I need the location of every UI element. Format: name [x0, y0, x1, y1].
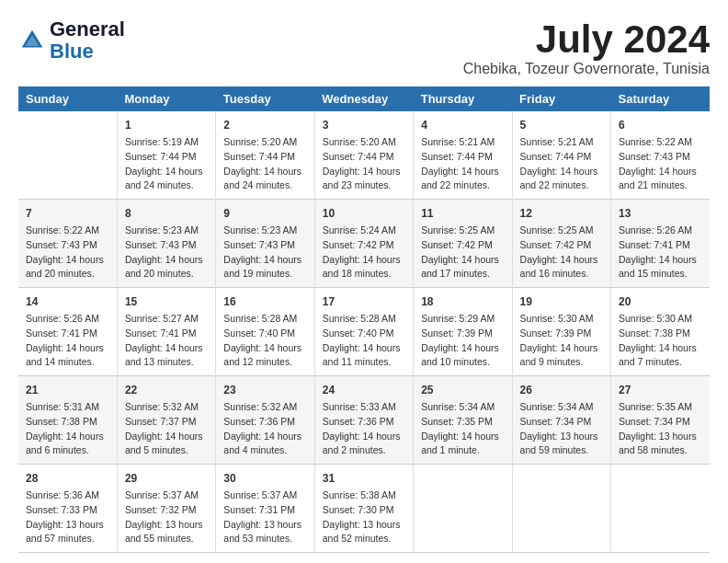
day-info: Sunrise: 5:27 AM Sunset: 7:41 PM Dayligh…	[125, 312, 208, 370]
calendar-cell: 3Sunrise: 5:20 AM Sunset: 7:44 PM Daylig…	[314, 111, 413, 200]
month-title: July 2024	[463, 18, 710, 61]
day-info: Sunrise: 5:29 AM Sunset: 7:39 PM Dayligh…	[421, 312, 504, 370]
day-number: 26	[520, 382, 603, 398]
logo-blue: Blue	[50, 40, 94, 63]
day-info: Sunrise: 5:22 AM Sunset: 7:43 PM Dayligh…	[26, 224, 109, 282]
logo-icon	[18, 27, 46, 54]
day-number: 20	[619, 293, 702, 310]
calendar-cell: 2Sunrise: 5:20 AM Sunset: 7:44 PM Daylig…	[216, 111, 314, 200]
day-number: 16	[223, 293, 306, 310]
day-number: 19	[520, 293, 603, 310]
day-info: Sunrise: 5:31 AM Sunset: 7:38 PM Dayligh…	[26, 400, 109, 458]
weekday-header: Monday	[117, 86, 215, 111]
day-info: Sunrise: 5:32 AM Sunset: 7:37 PM Dayligh…	[125, 400, 208, 458]
day-info: Sunrise: 5:28 AM Sunset: 7:40 PM Dayligh…	[223, 312, 306, 370]
weekday-header: Saturday	[611, 86, 710, 111]
day-number: 15	[125, 293, 208, 310]
calendar-cell: 22Sunrise: 5:32 AM Sunset: 7:37 PM Dayli…	[117, 376, 215, 465]
calendar-cell: 27Sunrise: 5:35 AM Sunset: 7:34 PM Dayli…	[611, 376, 710, 465]
calendar-week-row: 7Sunrise: 5:22 AM Sunset: 7:43 PM Daylig…	[18, 200, 710, 288]
day-info: Sunrise: 5:38 AM Sunset: 7:30 PM Dayligh…	[323, 488, 405, 546]
calendar-week-row: 21Sunrise: 5:31 AM Sunset: 7:38 PM Dayli…	[18, 376, 710, 465]
day-info: Sunrise: 5:35 AM Sunset: 7:34 PM Dayligh…	[619, 400, 702, 458]
day-info: Sunrise: 5:25 AM Sunset: 7:42 PM Dayligh…	[520, 224, 603, 282]
calendar-cell: 26Sunrise: 5:34 AM Sunset: 7:34 PM Dayli…	[512, 376, 610, 465]
day-info: Sunrise: 5:21 AM Sunset: 7:44 PM Dayligh…	[421, 135, 504, 193]
calendar-cell: 28Sunrise: 5:36 AM Sunset: 7:33 PM Dayli…	[18, 465, 117, 553]
day-info: Sunrise: 5:20 AM Sunset: 7:44 PM Dayligh…	[323, 135, 405, 193]
day-info: Sunrise: 5:20 AM Sunset: 7:44 PM Dayligh…	[223, 135, 306, 193]
calendar-cell: 17Sunrise: 5:28 AM Sunset: 7:40 PM Dayli…	[314, 288, 413, 376]
day-info: Sunrise: 5:22 AM Sunset: 7:43 PM Dayligh…	[619, 135, 702, 193]
calendar-cell: 11Sunrise: 5:25 AM Sunset: 7:42 PM Dayli…	[414, 200, 512, 288]
day-info: Sunrise: 5:28 AM Sunset: 7:40 PM Dayligh…	[323, 312, 405, 370]
day-info: Sunrise: 5:34 AM Sunset: 7:34 PM Dayligh…	[520, 400, 603, 458]
day-number: 28	[26, 470, 109, 487]
logo-text: General Blue	[50, 18, 125, 63]
day-info: Sunrise: 5:34 AM Sunset: 7:35 PM Dayligh…	[421, 400, 504, 458]
day-number: 23	[223, 382, 306, 398]
logo: General Blue	[18, 18, 125, 63]
header: General Blue July 2024 Chebika, Tozeur G…	[18, 18, 710, 77]
day-info: Sunrise: 5:30 AM Sunset: 7:38 PM Dayligh…	[619, 312, 702, 370]
day-number: 17	[323, 293, 405, 310]
calendar-cell: 30Sunrise: 5:37 AM Sunset: 7:31 PM Dayli…	[216, 465, 314, 553]
logo-general: General	[50, 17, 125, 40]
day-number: 10	[323, 205, 405, 222]
day-number: 3	[323, 117, 405, 133]
calendar-cell: 19Sunrise: 5:30 AM Sunset: 7:39 PM Dayli…	[512, 288, 610, 376]
calendar-cell: 14Sunrise: 5:26 AM Sunset: 7:41 PM Dayli…	[18, 288, 117, 376]
day-info: Sunrise: 5:26 AM Sunset: 7:41 PM Dayligh…	[619, 224, 702, 282]
day-number: 29	[125, 470, 208, 487]
calendar-cell	[414, 465, 512, 553]
calendar-cell	[18, 111, 117, 200]
calendar-cell: 16Sunrise: 5:28 AM Sunset: 7:40 PM Dayli…	[216, 288, 314, 376]
day-info: Sunrise: 5:23 AM Sunset: 7:43 PM Dayligh…	[223, 224, 306, 282]
day-number: 21	[26, 382, 109, 398]
day-number: 11	[421, 205, 504, 222]
day-number: 5	[520, 117, 603, 133]
weekday-header: Tuesday	[216, 86, 314, 111]
calendar-cell	[611, 465, 710, 553]
calendar-cell: 31Sunrise: 5:38 AM Sunset: 7:30 PM Dayli…	[314, 465, 413, 553]
calendar-cell: 7Sunrise: 5:22 AM Sunset: 7:43 PM Daylig…	[18, 200, 117, 288]
day-info: Sunrise: 5:33 AM Sunset: 7:36 PM Dayligh…	[323, 400, 405, 458]
calendar-cell: 13Sunrise: 5:26 AM Sunset: 7:41 PM Dayli…	[611, 200, 710, 288]
day-number: 18	[421, 293, 504, 310]
calendar-cell: 12Sunrise: 5:25 AM Sunset: 7:42 PM Dayli…	[512, 200, 610, 288]
location-subtitle: Chebika, Tozeur Governorate, Tunisia	[463, 61, 710, 77]
day-info: Sunrise: 5:37 AM Sunset: 7:32 PM Dayligh…	[125, 488, 208, 546]
day-number: 13	[619, 205, 702, 222]
calendar-cell: 1Sunrise: 5:19 AM Sunset: 7:44 PM Daylig…	[117, 111, 215, 200]
weekday-header: Sunday	[18, 86, 117, 111]
calendar-week-row: 14Sunrise: 5:26 AM Sunset: 7:41 PM Dayli…	[18, 288, 710, 376]
day-number: 1	[125, 117, 208, 133]
day-info: Sunrise: 5:32 AM Sunset: 7:36 PM Dayligh…	[223, 400, 306, 458]
day-number: 14	[26, 293, 109, 310]
day-info: Sunrise: 5:26 AM Sunset: 7:41 PM Dayligh…	[26, 312, 109, 370]
calendar-cell: 9Sunrise: 5:23 AM Sunset: 7:43 PM Daylig…	[216, 200, 314, 288]
calendar-cell: 25Sunrise: 5:34 AM Sunset: 7:35 PM Dayli…	[414, 376, 512, 465]
day-number: 30	[223, 470, 306, 487]
calendar-cell: 18Sunrise: 5:29 AM Sunset: 7:39 PM Dayli…	[414, 288, 512, 376]
day-number: 8	[125, 205, 208, 222]
day-info: Sunrise: 5:30 AM Sunset: 7:39 PM Dayligh…	[520, 312, 603, 370]
day-number: 9	[223, 205, 306, 222]
day-info: Sunrise: 5:25 AM Sunset: 7:42 PM Dayligh…	[421, 224, 504, 282]
calendar-cell: 10Sunrise: 5:24 AM Sunset: 7:42 PM Dayli…	[314, 200, 413, 288]
calendar-cell: 4Sunrise: 5:21 AM Sunset: 7:44 PM Daylig…	[414, 111, 512, 200]
calendar-cell: 5Sunrise: 5:21 AM Sunset: 7:44 PM Daylig…	[512, 111, 610, 200]
day-info: Sunrise: 5:37 AM Sunset: 7:31 PM Dayligh…	[223, 488, 306, 546]
calendar-week-row: 28Sunrise: 5:36 AM Sunset: 7:33 PM Dayli…	[18, 465, 710, 553]
day-number: 12	[520, 205, 603, 222]
calendar-cell: 23Sunrise: 5:32 AM Sunset: 7:36 PM Dayli…	[216, 376, 314, 465]
day-number: 31	[323, 470, 405, 487]
day-info: Sunrise: 5:19 AM Sunset: 7:44 PM Dayligh…	[125, 135, 208, 193]
calendar-cell	[512, 465, 610, 553]
calendar-week-row: 1Sunrise: 5:19 AM Sunset: 7:44 PM Daylig…	[18, 111, 710, 200]
day-number: 6	[619, 117, 702, 133]
day-info: Sunrise: 5:21 AM Sunset: 7:44 PM Dayligh…	[520, 135, 603, 193]
calendar-cell: 24Sunrise: 5:33 AM Sunset: 7:36 PM Dayli…	[314, 376, 413, 465]
weekday-header: Friday	[512, 86, 610, 111]
calendar-cell: 15Sunrise: 5:27 AM Sunset: 7:41 PM Dayli…	[117, 288, 215, 376]
